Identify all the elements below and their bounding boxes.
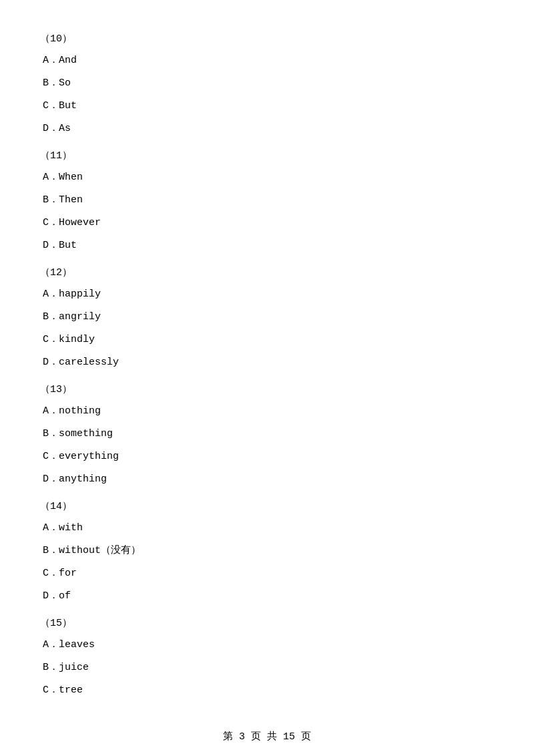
question-number-q12: （12） bbox=[40, 266, 494, 278]
option-q10-0[interactable]: A．And bbox=[40, 53, 494, 69]
option-q13-0[interactable]: A．nothing bbox=[40, 403, 494, 419]
option-q10-1[interactable]: B．So bbox=[40, 75, 494, 91]
option-q10-3[interactable]: D．As bbox=[40, 121, 494, 137]
option-q12-2[interactable]: C．kindly bbox=[40, 332, 494, 348]
option-q11-2[interactable]: C．However bbox=[40, 215, 494, 231]
question-number-q13: （13） bbox=[40, 383, 494, 395]
option-q12-3[interactable]: D．carelessly bbox=[40, 355, 494, 371]
page-footer: 第 3 页 共 15 页 bbox=[0, 730, 534, 743]
option-q15-0[interactable]: A．leaves bbox=[40, 637, 494, 653]
option-q14-2[interactable]: C．for bbox=[40, 566, 494, 582]
question-number-q15: （15） bbox=[40, 616, 494, 629]
option-q15-2[interactable]: C．tree bbox=[40, 683, 494, 699]
footer-text: 第 3 页 共 15 页 bbox=[223, 731, 311, 743]
option-q13-2[interactable]: C．everything bbox=[40, 449, 494, 465]
option-q11-0[interactable]: A．When bbox=[40, 170, 494, 186]
option-q13-3[interactable]: D．anything bbox=[40, 471, 494, 488]
page-content: （10）A．AndB．SoC．ButD．As（11）A．WhenB．ThenC．… bbox=[0, 0, 534, 745]
question-number-q11: （11） bbox=[40, 149, 494, 162]
option-q11-3[interactable]: D．But bbox=[40, 238, 494, 254]
option-q11-1[interactable]: B．Then bbox=[40, 192, 494, 208]
option-q14-1[interactable]: B．without（没有） bbox=[40, 543, 494, 559]
question-number-q10: （10） bbox=[40, 32, 494, 45]
option-q10-2[interactable]: C．But bbox=[40, 98, 494, 114]
option-q12-1[interactable]: B．angrily bbox=[40, 309, 494, 325]
option-q13-1[interactable]: B．something bbox=[40, 426, 494, 442]
option-q14-0[interactable]: A．with bbox=[40, 520, 494, 536]
question-number-q14: （14） bbox=[40, 500, 494, 512]
option-q15-1[interactable]: B．juice bbox=[40, 660, 494, 676]
option-q14-3[interactable]: D．of bbox=[40, 588, 494, 604]
option-q12-0[interactable]: A．happily bbox=[40, 287, 494, 303]
